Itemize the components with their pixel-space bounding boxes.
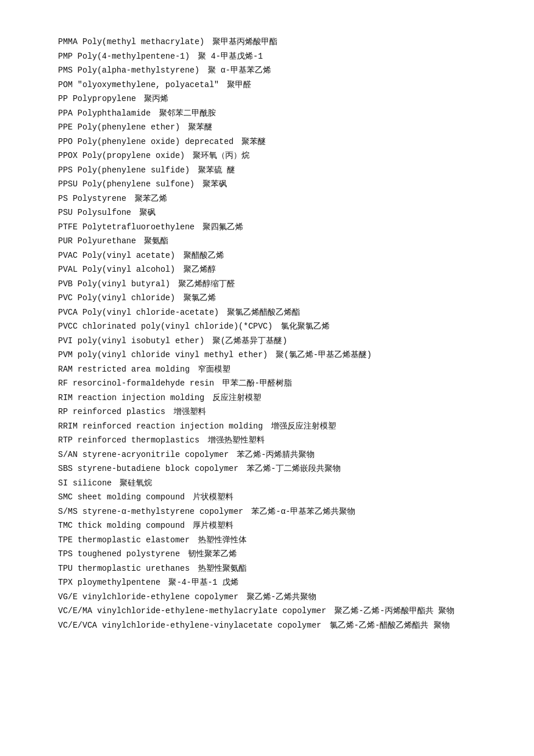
definition: Poly(alpha-methylstyrene) 聚 α-甲基苯乙烯 xyxy=(78,66,271,75)
list-item: PP Polypropylene 聚丙烯 xyxy=(58,92,476,106)
list-item: PPSU Poly(phenylene sulfone) 聚苯砜 xyxy=(58,177,476,192)
abbreviation: PPS xyxy=(58,165,78,175)
list-item: PSU Polysulfone 聚砜 xyxy=(58,206,476,220)
list-item: TPU thermoplastic urethanes 热塑性聚氨酯 xyxy=(58,561,476,576)
abbreviation: PPSU xyxy=(58,179,82,189)
abbreviation: RRIM xyxy=(58,422,82,431)
definition: Polytetrafluoroethylene 聚四氟乙烯 xyxy=(82,222,243,232)
abbreviation: TMC xyxy=(58,521,78,530)
abbreviation: VC/E/MA xyxy=(58,606,97,615)
abbreviation: RIM xyxy=(58,393,78,402)
list-item: PVM poly(vinyl chloride vinyl methyl eth… xyxy=(58,348,476,362)
list-item: TPX ploymethylpentene 聚-4-甲基-1 戊烯 xyxy=(58,575,476,590)
definition: sheet molding compound 片状模塑料 xyxy=(78,492,234,502)
list-item: RTP reinforced thermoplastics 增强热塑性塑料 xyxy=(58,433,476,448)
abbreviation: TPS xyxy=(58,549,78,559)
abbreviation: SMC xyxy=(58,492,78,502)
definition: Poly(methyl methacrylate) 聚甲基丙烯酸甲酯 xyxy=(82,37,277,46)
abbreviation: PPE xyxy=(58,123,78,132)
abbreviation: RTP xyxy=(58,435,78,445)
list-item: PS Polystyrene 聚苯乙烯 xyxy=(58,192,476,206)
list-item: PMMA Poly(methyl methacrylate) 聚甲基丙烯酸甲酯 xyxy=(58,35,476,49)
list-item: TPS toughened polystyrene 韧性聚苯乙烯 xyxy=(58,547,476,561)
definition: ploymethylpentene 聚-4-甲基-1 戊烯 xyxy=(78,578,239,587)
definition: toughened polystyrene 韧性聚苯乙烯 xyxy=(78,549,237,559)
abbreviation: PVAC xyxy=(58,251,82,260)
abbreviation: POM xyxy=(58,80,78,89)
list-item: VC/E/MA vinylchloride-ethylene-methylacr… xyxy=(58,604,476,618)
abbreviation: PVAL xyxy=(58,265,82,274)
abbreviation: PPOX xyxy=(58,151,82,160)
definition: vinylchloride-ethylene-methylacrylate co… xyxy=(97,606,454,615)
definition: reinforced reaction injection molding 增强… xyxy=(82,422,336,431)
definition: styrene-butadiene block copolymer 苯乙烯-丁二… xyxy=(78,464,341,473)
abbreviation: VG/E xyxy=(58,592,82,602)
list-item: SBS styrene-butadiene block copolymer 苯乙… xyxy=(58,462,476,476)
list-item: POM "olyoxymethylene, polyacetal" 聚甲醛 xyxy=(58,78,476,92)
abbreviation: TPX xyxy=(58,578,78,587)
abbreviation: RP xyxy=(58,407,73,416)
list-item: SI silicone 聚硅氧烷 xyxy=(58,476,476,491)
definition: vinylchloride-ethylene copolymer 聚乙烯-乙烯共… xyxy=(82,592,316,602)
list-item: SMC sheet molding compound 片状模塑料 xyxy=(58,490,476,505)
abbreviation: S/MS xyxy=(58,507,82,516)
list-item: RRIM reinforced reaction injection moldi… xyxy=(58,419,476,434)
definition: reinforced plastics 增强塑料 xyxy=(73,407,206,416)
definition: Poly(phenylene sulfone) 聚苯砜 xyxy=(82,179,227,189)
definition: resorcinol-formaldehyde resin 甲苯二酚-甲醛树脂 xyxy=(73,379,292,388)
abbreviation: S/AN xyxy=(58,450,82,459)
abbreviation: PP xyxy=(58,94,73,103)
abbreviation: PMMA xyxy=(58,37,82,46)
abbreviation: TPU xyxy=(58,564,78,573)
definition: Polypropylene 聚丙烯 xyxy=(73,94,168,103)
list-item: PVC Poly(vinyl chloride) 聚氯乙烯 xyxy=(58,291,476,305)
abbreviation: VC/E/VCA xyxy=(58,621,102,630)
abbreviation: PS xyxy=(58,194,73,203)
list-item: PMS Poly(alpha-methylstyrene) 聚 α-甲基苯乙烯 xyxy=(58,63,476,78)
definition: vinylchloride-ethylene-vinylacetate copo… xyxy=(102,621,450,630)
list-item: PVCC chlorinated poly(vinyl chloride)(*C… xyxy=(58,319,476,334)
list-item: RF resorcinol-formaldehyde resin 甲苯二酚-甲醛… xyxy=(58,376,476,391)
content-area: PMMA Poly(methyl methacrylate) 聚甲基丙烯酸甲酯P… xyxy=(58,35,476,632)
abbreviation: PVM xyxy=(58,350,78,359)
definition: reinforced thermoplastics 增强热塑性塑料 xyxy=(78,435,265,445)
abbreviation: PVCA xyxy=(58,308,82,317)
list-item: PPOX Poly(propylene oxide) 聚环氧（丙）烷 xyxy=(58,149,476,163)
abbreviation: RAM xyxy=(58,365,78,374)
list-item: PVB Poly(vinyl butyral) 聚乙烯醇缩丁醛 xyxy=(58,277,476,291)
definition: styrene-α-methylstyrene copolymer 苯乙烯-α-… xyxy=(82,507,355,516)
list-item: RAM restricted area molding 窄面模塑 xyxy=(58,362,476,377)
definition: Polyurethane 聚氨酯 xyxy=(78,236,169,246)
definition: Poly(phenylene oxide) deprecated 聚苯醚 xyxy=(78,137,266,146)
definition: Poly(propylene oxide) 聚环氧（丙）烷 xyxy=(82,151,250,160)
list-item: S/MS styrene-α-methylstyrene copolymer 苯… xyxy=(58,505,476,519)
definition: Poly(4-methylpentene-1) 聚 4-甲基戊烯-1 xyxy=(78,52,263,61)
list-item: PPO Poly(phenylene oxide) deprecated 聚苯醚 xyxy=(58,135,476,149)
list-item: PMP Poly(4-methylpentene-1) 聚 4-甲基戊烯-1 xyxy=(58,49,476,64)
abbreviation: RF xyxy=(58,379,73,388)
list-item: RP reinforced plastics 增强塑料 xyxy=(58,405,476,419)
definition: Poly(phenylene sulfide) 聚苯硫 醚 xyxy=(78,165,236,175)
list-item: PVI poly(vinyl isobutyl ether) 聚(乙烯基异丁基醚… xyxy=(58,334,476,348)
definition: Poly(vinyl chloride) 聚氯乙烯 xyxy=(78,293,216,303)
definition: restricted area molding 窄面模塑 xyxy=(78,365,230,374)
abbreviation: SBS xyxy=(58,464,78,473)
abbreviation: PVCC xyxy=(58,322,82,331)
abbreviation: PSU xyxy=(58,208,78,217)
definition: "olyoxymethylene, polyacetal" 聚甲醛 xyxy=(78,80,252,89)
definition: styrene-acryonitrile copolymer 苯乙烯-丙烯腈共聚… xyxy=(82,450,315,459)
list-item: PVAL Poly(vinyl alcohol) 聚乙烯醇 xyxy=(58,262,476,277)
abbreviation: PUR xyxy=(58,236,78,246)
definition: chlorinated poly(vinyl chloride)(*CPVC) … xyxy=(82,322,330,331)
definition: Poly(vinyl butyral) 聚乙烯醇缩丁醛 xyxy=(78,279,236,289)
definition: poly(vinyl chloride vinyl methyl ether) … xyxy=(78,350,372,359)
abbreviation: PPA xyxy=(58,109,78,118)
definition: Poly(vinyl chloride-acetate) 聚氯乙烯醋酸乙烯酯 xyxy=(82,308,300,317)
list-item: PUR Polyurethane 聚氨酯 xyxy=(58,234,476,249)
definition: reaction injection molding 反应注射模塑 xyxy=(78,393,261,402)
definition: Polyphthalamide 聚邻苯二甲酰胺 xyxy=(78,109,216,118)
list-item: TMC thick molding compound 厚片模塑料 xyxy=(58,519,476,533)
definition: Polystyrene 聚苯乙烯 xyxy=(73,194,167,203)
abbreviation: PVC xyxy=(58,293,78,303)
abbreviation: PMP xyxy=(58,52,78,61)
